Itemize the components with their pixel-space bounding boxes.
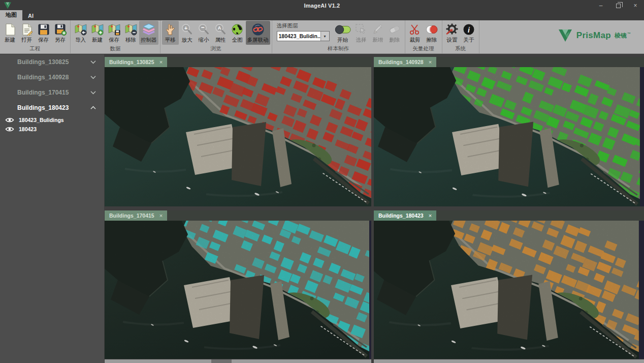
ribbon-group-browse: 平移+放大−缩小A属性全图多屏联动浏览	[160, 20, 272, 53]
attribute-button[interactable]: A属性	[212, 21, 229, 45]
controller-button[interactable]: 控制器	[139, 21, 158, 45]
map-remove-icon	[124, 22, 138, 36]
map-save-icon	[108, 22, 121, 36]
imageai-window: ImageAI V1.2 – × 地图AI 新建打开保存另存工程导入新建保存移除…	[0, 0, 644, 363]
dropdown-arrow-icon[interactable]: ▾	[320, 32, 329, 41]
chevron-down-icon[interactable]	[90, 60, 96, 64]
panel-tab-label: Buildings_130825	[109, 59, 154, 65]
open-project-button[interactable]: 打开	[18, 21, 35, 45]
ribbon-tab-ai[interactable]: AI	[22, 12, 39, 20]
panel-tab-buildings-170415[interactable]: Buildings_170415×	[105, 210, 167, 221]
scrollbar-thumb[interactable]	[211, 359, 232, 363]
magnifier-minus-icon: −	[198, 22, 210, 36]
sidebar-group-buildings-130825[interactable]: Buildings_130825	[0, 54, 104, 70]
panel-tab-bar: Buildings_180423×	[374, 210, 644, 221]
delete-sample-button: 删除	[387, 21, 403, 45]
horizontal-scrollbar-left[interactable]	[105, 359, 371, 363]
file-new-icon	[5, 22, 16, 36]
window-title: ImageAI V1.2	[0, 3, 644, 9]
layer-combo: 选择图层180423_Bulidin...▾	[274, 20, 333, 45]
map-import-icon	[74, 22, 87, 36]
ribbon-group-vector-processing: 裁剪擦除矢量处理	[405, 20, 442, 53]
eraser-icon	[389, 22, 401, 36]
panel-tab-buildings-140928[interactable]: Buildings_140928×	[374, 57, 436, 67]
pan-button[interactable]: 平移	[162, 21, 179, 45]
import-data-button[interactable]: 导入	[72, 21, 89, 45]
horizontal-scrollbar-right[interactable]	[374, 359, 644, 363]
clip-button[interactable]: 裁剪	[407, 21, 424, 45]
minimize-button[interactable]: –	[592, 0, 609, 11]
scissors-icon	[409, 22, 421, 36]
sidebar-group-buildings-180423[interactable]: Buildings_180423	[0, 100, 104, 115]
zoom-in-button[interactable]: +放大	[179, 21, 196, 45]
restore-icon	[616, 4, 621, 8]
svg-text:+: +	[184, 24, 187, 31]
settings-button[interactable]: 设置	[444, 21, 461, 45]
map-view-buildings-180423[interactable]	[374, 221, 644, 359]
ribbon-tab-map[interactable]: 地图	[0, 10, 22, 20]
ribbon-group-system: 设置i关于系统	[442, 20, 479, 53]
sidebar-group-label: Buildings_180423	[17, 104, 69, 111]
ribbon-group-data: 导入新建保存移除控制器数据	[71, 20, 160, 53]
layers-icon	[142, 22, 155, 36]
ribbon-group-label: 样本制作	[274, 45, 403, 53]
save-data-button[interactable]: 保存	[106, 21, 122, 45]
map-view-buildings-140928[interactable]	[374, 67, 644, 206]
layer-select-dropdown[interactable]: 180423_Bulidin...▾	[277, 31, 330, 41]
panel-tab-buildings-130825[interactable]: Buildings_130825×	[105, 57, 167, 67]
multi-screen-link-button[interactable]: 多屏联动	[246, 21, 270, 45]
about-button[interactable]: i关于	[461, 21, 477, 45]
panel-tab-label: Buildings_170415	[109, 213, 154, 219]
map-view-buildings-170415[interactable]	[105, 221, 371, 359]
new-data-button[interactable]: 新建	[89, 21, 106, 45]
panel-close-icon[interactable]: ×	[429, 213, 432, 219]
layer-item-180423[interactable]: 180423	[0, 125, 104, 134]
sidebar-group-label: Buildings_170415	[17, 89, 69, 96]
trademark-symbol: ™	[627, 32, 631, 36]
panel-close-icon[interactable]: ×	[159, 213, 163, 219]
layer-item-label: 180423_Bulidings	[19, 117, 64, 123]
save-as-project-button[interactable]: 另存	[52, 21, 69, 45]
link-icon	[251, 22, 265, 36]
panel-close-icon[interactable]: ×	[429, 59, 432, 65]
chevron-down-icon[interactable]	[90, 75, 96, 79]
zoom-out-button[interactable]: −缩小	[196, 21, 212, 45]
close-button[interactable]: ×	[627, 0, 644, 11]
map-panel-buildings-180423: Buildings_180423×	[374, 210, 644, 359]
add-sample-button: 新增	[370, 21, 387, 45]
visibility-eye-icon[interactable]	[5, 126, 14, 132]
floppy-icon	[38, 22, 50, 36]
map-panel-buildings-140928: Buildings_140928×	[374, 57, 644, 206]
panel-tab-bar: Buildings_130825×	[105, 57, 371, 67]
chevron-down-icon[interactable]	[90, 90, 96, 95]
ribbon-group-label: 数据	[72, 45, 158, 53]
remove-data-button[interactable]: 移除	[122, 21, 139, 45]
restore-button[interactable]	[609, 0, 627, 11]
panel-close-icon[interactable]: ×	[159, 59, 163, 65]
layer-item-180423-bulidings[interactable]: 180423_Bulidings	[0, 115, 104, 125]
erase-circles-icon	[425, 22, 438, 36]
ribbon-toolbar: 新建打开保存另存工程导入新建保存移除控制器数据平移+放大−缩小A属性全图多屏联动…	[0, 20, 644, 54]
save-project-button[interactable]: 保存	[35, 21, 52, 45]
map-view-buildings-130825[interactable]	[105, 67, 371, 206]
sidebar-group-label: Buildings_140928	[17, 74, 69, 81]
start-button[interactable]: 开始	[333, 21, 353, 45]
sidebar-group-buildings-170415[interactable]: Buildings_170415	[0, 85, 104, 100]
gear-wrench-icon	[445, 22, 459, 36]
brand-name-cn: 棱镜™	[615, 32, 631, 40]
chevron-up-icon[interactable]	[90, 106, 96, 110]
new-project-button[interactable]: 新建	[2, 21, 18, 45]
ribbon-group-label: 系统	[444, 45, 477, 53]
visibility-eye-icon[interactable]	[5, 117, 14, 123]
brand-area: PrisMap 棱镜™	[558, 20, 631, 51]
full-extent-button[interactable]: 全图	[229, 21, 246, 45]
sidebar-group-buildings-140928[interactable]: Buildings_140928	[0, 70, 104, 85]
select-cursor-icon	[355, 22, 367, 36]
panel-tab-bar: Buildings_170415×	[105, 210, 371, 221]
map-panel-buildings-130825: Buildings_130825×	[105, 57, 371, 206]
erase-button[interactable]: 擦除	[424, 21, 440, 45]
brand-name: PrisMap	[576, 31, 611, 41]
ribbon-group-label: 矢量处理	[407, 45, 440, 53]
panel-tab-label: Buildings_180423	[378, 213, 424, 219]
panel-tab-buildings-180423[interactable]: Buildings_180423×	[374, 210, 436, 221]
